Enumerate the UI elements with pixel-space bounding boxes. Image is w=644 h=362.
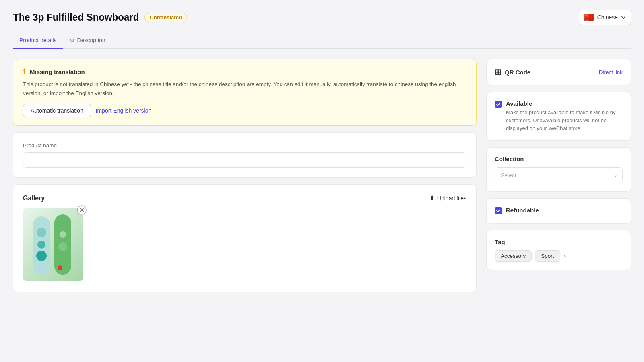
- page-title: The 3p Fulfilled Snowboard: [13, 12, 139, 23]
- status-badge: Untranslated: [144, 13, 187, 22]
- automatic-translation-button[interactable]: Automatic translation: [23, 104, 91, 117]
- svg-point-7: [58, 265, 62, 270]
- tabs-bar: Product details ⚙ Description: [13, 33, 631, 49]
- qr-code-label: ⊞ QR Code: [495, 67, 530, 77]
- refundable-label: Refundable: [506, 207, 623, 214]
- tab-description-label: Description: [77, 37, 105, 43]
- alert-actions: Automatic translation Import English ver…: [23, 104, 466, 117]
- more-tags-button[interactable]: ›: [564, 250, 566, 262]
- qr-code-card: ⊞ QR Code Direct link: [486, 59, 631, 85]
- alert-icon: ℹ: [23, 67, 26, 76]
- gallery-card: Gallery ⬆ Upload files: [13, 184, 477, 292]
- available-card: Available Make the product available to …: [486, 92, 631, 141]
- svg-point-5: [60, 231, 66, 238]
- available-checkbox[interactable]: [495, 101, 502, 108]
- upload-icon: ⬆: [429, 194, 435, 202]
- direct-link-button[interactable]: Direct link: [599, 69, 623, 75]
- tag-card: Tag Accessory Sport ›: [486, 230, 631, 270]
- qr-code-text: QR Code: [505, 69, 530, 76]
- tab-product-details[interactable]: Product details: [13, 33, 63, 49]
- svg-point-3: [36, 251, 47, 261]
- svg-point-2: [37, 241, 45, 249]
- refundable-card: Refundable: [486, 198, 631, 224]
- flag-icon: 🇨🇳: [584, 12, 594, 22]
- missing-translation-alert: ℹ Missing translation This product is no…: [13, 59, 477, 126]
- svg-point-1: [37, 228, 46, 237]
- tag-sport[interactable]: Sport: [535, 250, 560, 262]
- tag-list: Accessory Sport ›: [495, 250, 623, 262]
- gallery-image: [23, 208, 83, 281]
- tag-accessory[interactable]: Accessory: [495, 250, 532, 262]
- collection-label: Collection: [495, 156, 623, 162]
- language-selector[interactable]: 🇨🇳 Chinese: [579, 10, 631, 25]
- tab-product-details-label: Product details: [19, 37, 57, 43]
- description-tab-icon: ⚙: [70, 37, 75, 43]
- gallery-grid: [23, 208, 83, 282]
- available-description: Make the product available to make it vi…: [506, 109, 623, 132]
- refundable-checkbox[interactable]: [495, 207, 502, 214]
- alert-body: This product is not translated in Chines…: [23, 80, 466, 97]
- upload-files-button[interactable]: ⬆ Upload files: [429, 194, 466, 202]
- collection-select-placeholder: Select: [501, 172, 516, 179]
- import-english-button[interactable]: Import English version: [96, 107, 152, 114]
- remove-image-button[interactable]: [77, 205, 87, 215]
- tab-description[interactable]: ⚙ Description: [63, 33, 112, 49]
- qr-code-icon: ⊞: [495, 67, 502, 77]
- chevron-right-icon: ›: [615, 172, 617, 179]
- gallery-image-item: [23, 208, 83, 281]
- available-label: Available: [506, 100, 623, 107]
- product-name-input[interactable]: [23, 152, 466, 168]
- gallery-title: Gallery: [23, 195, 45, 202]
- product-name-label: Product name: [23, 142, 466, 148]
- collection-card: Collection Select ›: [486, 147, 631, 192]
- chevron-down-icon: [621, 16, 626, 19]
- tag-label: Tag: [495, 239, 623, 245]
- language-label: Chinese: [597, 14, 618, 21]
- product-name-card: Product name: [13, 132, 477, 178]
- upload-btn-label: Upload files: [437, 195, 466, 202]
- svg-point-6: [58, 242, 67, 251]
- alert-title: Missing translation: [30, 68, 85, 75]
- collection-select[interactable]: Select ›: [495, 167, 623, 183]
